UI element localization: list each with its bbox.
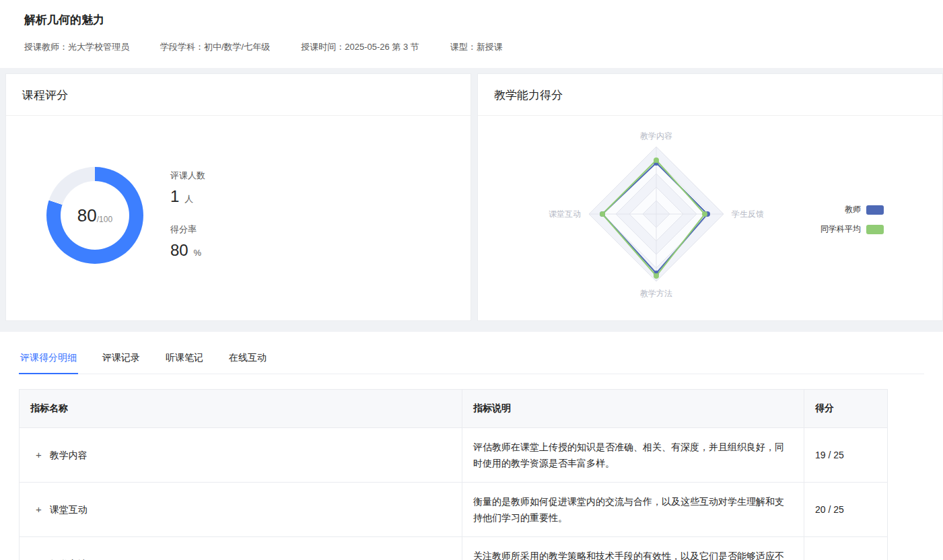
meta-grade-subject: 学段学科：初中/数学/七年级 (160, 41, 270, 53)
table-column-header: 指标名称 (20, 390, 462, 428)
meta-class-time: 授课时间：2025-05-26 第 3 节 (301, 41, 419, 53)
course-meta: 授课教师：光大学校管理员学段学科：初中/数学/七年级授课时间：2025-05-2… (24, 41, 919, 53)
meta-label: 学段学科： (160, 42, 204, 52)
summary-cards-row: 课程评分 80 /100 评课人数 1 人 得分率 80 % (5, 73, 943, 321)
table-header-row: 指标名称指标说明得分 (20, 390, 888, 428)
meta-value: 光大学校管理员 (68, 42, 129, 52)
indicator-score: 22 / 25 (804, 537, 888, 560)
legend-label: 教师 (845, 204, 861, 215)
tab-score-details[interactable]: 评课得分明细 (19, 347, 78, 374)
radar-card-body: 教学内容学生反馈教学方法课堂互动 教师同学科平均 (478, 116, 942, 314)
radar-legend: 教师同学科平均 (820, 204, 884, 235)
meta-label: 课型： (450, 42, 477, 52)
table-row: +教学内容评估教师在课堂上传授的知识是否准确、相关、有深度，并且组织良好，同时使… (20, 428, 888, 483)
expand-row-icon[interactable]: + (36, 558, 42, 560)
rate-value: 80 % (170, 241, 205, 260)
indicator-name-cell: +教学方法 (20, 537, 462, 560)
indicator-name-cell: +教学内容 (20, 428, 462, 483)
table-row: +课堂互动衡量的是教师如何促进课堂内的交流与合作，以及这些互动对学生理解和支持他… (20, 483, 888, 537)
svg-text:课堂互动: 课堂互动 (549, 209, 581, 219)
raters-count: 1 (170, 187, 179, 205)
table-column-header: 指标说明 (462, 390, 804, 428)
indicator-description: 关注教师所采用的教学策略和技术手段的有效性，以及它们是否能够适应不同的学习风格和… (462, 537, 804, 560)
table-row: +教学方法关注教师所采用的教学策略和技术手段的有效性，以及它们是否能够适应不同的… (20, 537, 888, 560)
details-panel: 评课得分明细评课记录听课笔记在线互动 指标名称指标说明得分 +教学内容评估教师在… (0, 332, 943, 560)
indicator-description: 评估教师在课堂上传授的知识是否准确、相关、有深度，并且组织良好，同时使用的教学资… (462, 428, 804, 483)
rate-label: 得分率 (170, 223, 205, 236)
legend-label: 同学科平均 (820, 223, 861, 235)
tab-review-records[interactable]: 评课记录 (101, 347, 141, 374)
tab-online-interaction[interactable]: 在线互动 (228, 347, 268, 374)
legend-item-teacher[interactable]: 教师 (820, 204, 884, 215)
score-detail-table: 指标名称指标说明得分 +教学内容评估教师在课堂上传授的知识是否准确、相关、有深度… (19, 389, 888, 560)
table-column-header: 得分 (804, 390, 888, 428)
legend-swatch-icon (866, 225, 884, 234)
svg-text:教学方法: 教学方法 (640, 289, 672, 298)
details-tabs: 评课得分明细评课记录听课笔记在线互动 (19, 347, 924, 374)
meta-course-type: 课型：新授课 (450, 41, 503, 53)
indicator-score: 20 / 25 (804, 483, 888, 537)
donut-score-value: 80 (77, 205, 97, 226)
radar-chart: 教学内容学生反馈教学方法课堂互动 (536, 125, 792, 314)
donut-score-max: /100 (97, 215, 112, 224)
radar-card-title: 教学能力得分 (478, 74, 942, 116)
score-donut-chart: 80 /100 (46, 167, 143, 264)
rate-number: 80 (170, 241, 188, 259)
expand-row-icon[interactable]: + (36, 449, 42, 460)
donut-center: 80 /100 (61, 181, 129, 250)
course-header: 解析几何的魅力 授课教师：光大学校管理员学段学科：初中/数学/七年级授课时间：2… (0, 0, 943, 68)
indicator-description: 衡量的是教师如何促进课堂内的交流与合作，以及这些互动对学生理解和支持他们学习的重… (462, 483, 804, 537)
svg-text:学生反馈: 学生反馈 (732, 209, 764, 219)
meta-value: 初中/数学/七年级 (204, 42, 270, 52)
meta-label: 授课教师： (24, 42, 68, 52)
meta-teacher: 授课教师：光大学校管理员 (24, 41, 129, 53)
legend-swatch-icon (866, 205, 884, 215)
indicator-score: 19 / 25 (804, 428, 888, 483)
expand-row-icon[interactable]: + (36, 503, 42, 515)
indicator-name-cell: +课堂互动 (20, 483, 462, 537)
meta-value: 2025-05-26 第 3 节 (345, 42, 419, 52)
svg-text:教学内容: 教学内容 (640, 131, 672, 141)
indicator-name: 课堂互动 (50, 504, 88, 515)
tab-listening-notes[interactable]: 听课笔记 (164, 347, 205, 374)
raters-unit: 人 (184, 194, 193, 204)
teaching-ability-card: 教学能力得分 教学内容学生反馈教学方法课堂互动 教师同学科平均 (477, 73, 943, 321)
rate-unit: % (194, 248, 202, 258)
score-card-body: 80 /100 评课人数 1 人 得分率 80 % (6, 116, 470, 277)
score-stats: 评课人数 1 人 得分率 80 % (170, 167, 205, 277)
meta-label: 授课时间： (301, 42, 345, 52)
page-title: 解析几何的魅力 (24, 12, 919, 28)
score-card-title: 课程评分 (6, 74, 470, 116)
indicator-name: 教学内容 (50, 450, 88, 460)
course-score-card: 课程评分 80 /100 评课人数 1 人 得分率 80 % (5, 73, 471, 321)
raters-label: 评课人数 (170, 170, 205, 182)
meta-value: 新授课 (477, 42, 503, 52)
raters-value: 1 人 (170, 187, 205, 206)
legend-item-subject-average[interactable]: 同学科平均 (820, 223, 884, 235)
